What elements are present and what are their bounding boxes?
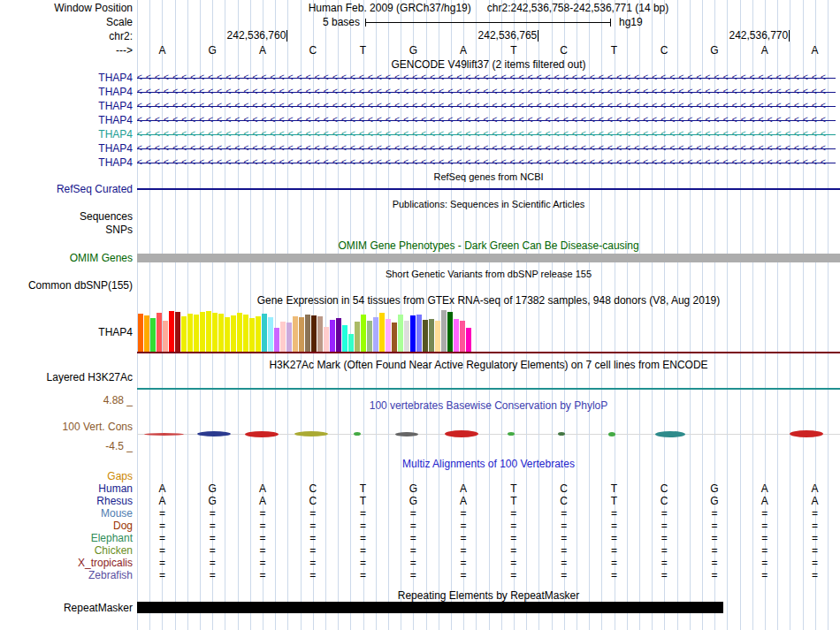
omim-title[interactable]: OMIM Gene Phenotypes - Dark Green Can Be… [137,239,840,252]
gtex-tissue-bar[interactable] [423,320,428,352]
dbsnp-label[interactable]: Common dbSNP(155) [0,279,133,292]
gtex-bar-chart[interactable] [138,309,840,352]
refseq-gene-line[interactable] [137,188,840,190]
gtex-tissue-bar[interactable] [175,312,180,352]
gtex-tissue-bar[interactable] [237,313,242,352]
omim-gene-bar[interactable] [137,254,840,262]
multiz-row[interactable]: Chicken============== [0,544,840,557]
transcript-row[interactable]: THAP4<<<<<<<<<<<<<<<<<<<<<<<<<<<<<<<<<<<… [0,85,840,99]
repeatmasker-title[interactable]: Repeating Elements by RepeatMasker [137,589,840,602]
gtex-tissue-bar[interactable] [416,315,422,352]
gtex-tissue-bar[interactable] [249,318,255,352]
gtex-tissue-bar[interactable] [268,317,273,352]
snps-label[interactable]: SNPs [0,224,133,236]
transcript-row[interactable]: THAP4<<<<<<<<<<<<<<<<<<<<<<<<<<<<<<<<<<<… [0,99,840,113]
sequences-label[interactable]: Sequences [0,210,133,223]
gtex-tissue-bar[interactable] [305,315,310,352]
gtex-tissue-bar[interactable] [392,323,397,352]
gtex-tissue-bar[interactable] [243,315,248,352]
conservation-label[interactable]: 100 Vert. Cons [0,421,133,433]
gtex-tissue-bar[interactable] [330,320,335,352]
multiz-row[interactable]: HumanAGACTGATCTCGAA [0,482,840,495]
transcript-row[interactable]: THAP4<<<<<<<<<<<<<<<<<<<<<<<<<<<<<<<<<<<… [0,141,840,156]
gtex-tissue-bar[interactable] [441,310,447,352]
repeatmasker-bar[interactable] [137,602,723,613]
gtex-tissue-bar[interactable] [286,323,292,352]
omim-genes-label[interactable]: OMIM Genes [0,252,133,264]
transcript-label[interactable]: THAP4 [0,127,133,141]
h3k27ac-title[interactable]: H3K27Ac Mark (Often Found Near Active Re… [137,359,840,371]
coordinate-ruler[interactable]: 242,536,760242,536,765242,536,770 [0,30,840,42]
gtex-tissue-bar[interactable] [144,315,149,352]
gtex-tissue-bar[interactable] [163,321,168,352]
gtex-tissue-bar[interactable] [280,322,286,352]
species-label[interactable]: Elephant [0,532,133,544]
gtex-tissue-bar[interactable] [367,321,372,352]
multiz-row[interactable]: Dog============== [0,520,840,532]
base-ruler[interactable]: AGACTGATCTCGAA [137,44,840,57]
species-label[interactable]: X_tropicalis [0,557,133,569]
multiz-row[interactable]: RhesusAGACTGATCTCGAA [0,495,840,507]
gtex-tissue-bar[interactable] [157,313,162,352]
gencode-title[interactable]: GENCODE V49lift37 (2 items filtered out) [137,58,840,71]
species-label[interactable]: Human [0,482,133,495]
species-label[interactable]: Gaps [0,470,133,482]
species-label[interactable]: Mouse [0,507,133,520]
gtex-tissue-bar[interactable] [379,313,385,352]
transcript-label[interactable]: THAP4 [0,85,133,99]
gtex-tissue-bar[interactable] [324,327,329,352]
gtex-tissue-bar[interactable] [194,315,199,352]
species-label[interactable]: Zebrafish [0,569,133,581]
gtex-tissue-bar[interactable] [169,311,174,352]
transcript-label[interactable]: THAP4 [0,113,133,127]
multiz-row[interactable]: Elephant============== [0,532,840,544]
dbsnp-title[interactable]: Short Genetic Variants from dbSNP releas… [137,268,840,280]
gtex-tissue-bar[interactable] [404,321,409,352]
gtex-tissue-bar[interactable] [200,312,205,352]
transcript-row[interactable]: THAP4<<<<<<<<<<<<<<<<<<<<<<<<<<<<<<<<<<<… [0,127,840,141]
conservation-title[interactable]: 100 vertebrates Basewise Conservation by… [137,399,840,412]
gtex-tissue-bar[interactable] [231,315,236,352]
species-label[interactable]: Rhesus [0,495,133,507]
gtex-tissue-bar[interactable] [150,318,156,352]
refseq-title[interactable]: RefSeq genes from NCBI [137,171,840,183]
gtex-tissue-bar[interactable] [348,334,354,352]
transcript-label[interactable]: THAP4 [0,156,133,170]
gtex-tissue-bar[interactable] [466,328,471,352]
gtex-tissue-bar[interactable] [317,316,323,352]
gtex-tissue-bar[interactable] [435,321,440,352]
gtex-title[interactable]: Gene Expression in 54 tissues from GTEx … [137,294,840,307]
transcript-row[interactable]: THAP4<<<<<<<<<<<<<<<<<<<<<<<<<<<<<<<<<<<… [0,71,840,85]
transcript-label[interactable]: THAP4 [0,99,133,113]
gencode-track[interactable]: THAP4<<<<<<<<<<<<<<<<<<<<<<<<<<<<<<<<<<<… [0,71,840,170]
species-label[interactable]: Dog [0,520,133,532]
gtex-tissue-bar[interactable] [181,316,187,352]
multiz-title[interactable]: Multiz Alignments of 100 Vertebrates [137,458,840,470]
gtex-tissue-bar[interactable] [454,319,459,352]
gtex-tissue-bar[interactable] [293,316,298,352]
gtex-tissue-bar[interactable] [299,317,304,352]
multiz-row[interactable]: Gaps [0,470,840,482]
multiz-row[interactable]: Zebrafish============== [0,569,840,581]
repeatmasker-label[interactable]: RepeatMasker [0,602,133,614]
gtex-tissue-bar[interactable] [138,314,143,352]
gtex-tissue-bar[interactable] [373,317,378,352]
transcript-label[interactable]: THAP4 [0,71,133,85]
gtex-tissue-bar[interactable] [262,314,267,352]
gtex-tissue-bar[interactable] [218,314,224,352]
gtex-tissue-bar[interactable] [336,318,341,352]
gtex-tissue-bar[interactable] [355,322,360,352]
gtex-tissue-bar[interactable] [460,321,465,352]
h3k27ac-label[interactable]: Layered H3K27Ac [0,371,133,383]
gtex-tissue-bar[interactable] [447,312,453,352]
gtex-tissue-bar[interactable] [225,317,230,352]
transcript-row[interactable]: THAP4<<<<<<<<<<<<<<<<<<<<<<<<<<<<<<<<<<<… [0,156,840,170]
gtex-tissue-bar[interactable] [212,313,218,352]
multiz-row[interactable]: Mouse============== [0,507,840,520]
multiz-row[interactable]: X_tropicalis============== [0,557,840,569]
gtex-tissue-bar[interactable] [187,314,193,352]
multiz-track[interactable]: GapsHumanAGACTGATCTCGAARhesusAGACTGATCTC… [0,470,840,581]
gtex-tissue-bar[interactable] [311,315,317,352]
h3k27ac-signal-line[interactable] [137,388,840,390]
gtex-gene-label[interactable]: THAP4 [0,326,133,338]
